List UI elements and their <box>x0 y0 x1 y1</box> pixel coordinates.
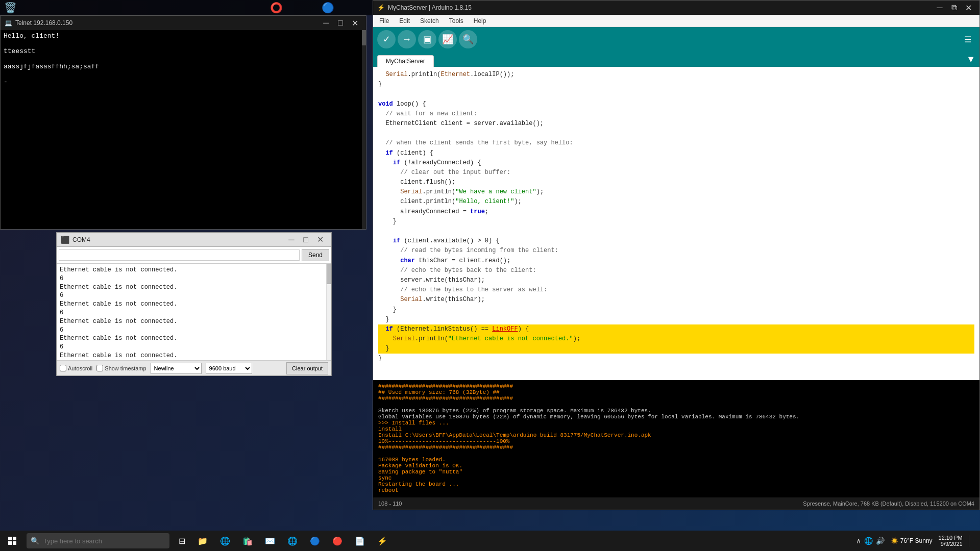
taskbar-chrome2[interactable]: 🔴 <box>327 532 348 550</box>
com4-maximize-btn[interactable]: □ <box>299 233 313 247</box>
taskbar-search-box[interactable]: 🔍 <box>27 533 169 548</box>
list-item: Ethernet cable is not connected. <box>60 317 323 326</box>
telnet-line-5: aassjfjfasasffhh;sa;saff <box>4 63 363 70</box>
arduino-tab-bar: MyChatServer ▼ <box>373 52 979 67</box>
telnet-scroll-thumb[interactable] <box>362 30 366 45</box>
chrome2-icon: 🔴 <box>332 536 342 546</box>
code-editor[interactable]: Serial.println(Ethernet.localIP()); } vo… <box>373 67 979 380</box>
telnet-maximize-btn[interactable]: □ <box>333 16 348 30</box>
show-timestamp-checkbox[interactable] <box>96 365 103 371</box>
arduino-menubar: File Edit Sketch Tools Help <box>373 15 979 27</box>
taskbar-chrome[interactable]: 🌐 <box>282 532 303 550</box>
output-line: sync <box>378 475 974 481</box>
menu-help[interactable]: Help <box>470 15 491 27</box>
recycle-icon-top[interactable]: 🗑️ <box>4 2 17 14</box>
verify-button[interactable]: ✓ <box>377 30 396 48</box>
newline-select[interactable]: Newline No line ending Carriage return B… <box>151 363 202 374</box>
sun-icon: ☀️ <box>891 537 898 544</box>
telnet-minimize-btn[interactable]: ─ <box>319 16 333 30</box>
taskbar-mail[interactable]: ✉️ <box>260 532 280 550</box>
com4-scroll-thumb[interactable] <box>327 264 331 284</box>
store-icon: 🛍️ <box>242 536 253 546</box>
autoscroll-label[interactable]: Autoscroll <box>60 365 92 371</box>
taskbar-store[interactable]: 🛍️ <box>237 532 258 550</box>
serial-monitor-button[interactable]: 🔍 <box>459 30 477 48</box>
upload-button[interactable]: → <box>398 30 416 48</box>
clock-date: 9/9/2021 <box>941 541 963 547</box>
arduino-output-content[interactable]: ########################################… <box>373 380 979 497</box>
show-timestamp-label[interactable]: Show timestamp <box>96 365 146 371</box>
output-line: ######################################## <box>378 444 974 450</box>
arduino-toolbar: ✓ → ▣ 📈 🔍 ☰ <box>373 27 979 52</box>
output-line: reboot <box>378 487 974 493</box>
taskbar-search-input[interactable] <box>43 537 156 545</box>
taskbar: 🔍 ⊟ 📁 🌐 🛍️ ✉️ 🌐 🔵 🔴 📄 ⚡ ∧ 🌐 🔊 ☀️ 76°F Su… <box>0 531 980 551</box>
menu-file[interactable]: File <box>375 15 393 27</box>
telnet-line-4 <box>4 55 363 63</box>
taskbar-vscode[interactable]: 🔵 <box>305 532 325 550</box>
taskbar-arduino-tb[interactable]: ⚡ <box>372 532 393 550</box>
autoscroll-checkbox[interactable] <box>60 365 66 371</box>
taskbar-task-view[interactable]: ⊟ <box>174 532 190 550</box>
file-explorer-icon: 📁 <box>198 536 208 546</box>
system-clock[interactable]: 12:10 PM 9/9/2021 <box>939 535 963 547</box>
volume-icon[interactable]: 🔊 <box>876 537 885 545</box>
output-line: Saving package to "nutta" <box>378 469 974 475</box>
chevron-up-icon[interactable]: ∧ <box>856 537 861 545</box>
clear-output-button[interactable]: Clear output <box>286 362 328 374</box>
serial-plotter-button[interactable]: 📈 <box>438 30 457 48</box>
com4-title: ⬛ COM4 <box>61 236 90 244</box>
list-item: 6 <box>60 343 323 352</box>
menu-sketch[interactable]: Sketch <box>416 15 443 27</box>
com4-close-btn[interactable]: ✕ <box>313 233 327 247</box>
telnet-titlebar: 💻 Telnet 192.168.0.150 ─ □ ✕ <box>1 16 366 30</box>
telnet-title: 💻 Telnet 192.168.0.150 <box>5 19 72 27</box>
windows-logo-icon <box>8 537 16 545</box>
code-line: // echo the bytes back to the client: <box>378 266 974 276</box>
taskbar-explorer[interactable]: 📁 <box>192 532 213 550</box>
arduino-restore-btn[interactable]: ⧉ <box>947 1 961 15</box>
output-line: Global variables use 180876 bytes (22%) … <box>378 414 974 420</box>
weather-widget[interactable]: ☀️ 76°F Sunny <box>891 537 933 544</box>
com4-output[interactable]: Ethernet cable is not connected. 6 Ether… <box>57 264 326 360</box>
telnet-close-btn[interactable]: ✕ <box>348 16 362 30</box>
arduino-close-btn[interactable]: ✕ <box>961 1 975 15</box>
list-item: Ethernet cable is not connected. <box>60 283 323 292</box>
output-line: Sketch uses 180876 bytes (22%) of progra… <box>378 408 974 414</box>
start-button[interactable] <box>0 531 24 551</box>
acrobat-tb-icon: 📄 <box>355 536 365 546</box>
code-line: alreadyConnected = true; <box>378 207 974 217</box>
list-item: 6 <box>60 309 323 317</box>
code-line: if (client) { <box>378 148 974 158</box>
list-item: Ethernet cable is not connected. <box>60 266 323 274</box>
arduino-line-col: 108 - 110 <box>378 500 402 507</box>
menu-tools[interactable]: Tools <box>445 15 468 27</box>
output-line <box>378 450 974 457</box>
add-tab-button[interactable]: ▼ <box>966 54 975 67</box>
tab-mychatserver[interactable]: MyChatServer <box>377 55 434 67</box>
com4-message-input[interactable] <box>59 249 300 261</box>
output-line: install <box>378 426 974 432</box>
com4-minimize-btn[interactable]: ─ <box>284 233 299 247</box>
code-line: Serial.println("We have a new client"); <box>378 187 974 197</box>
code-line: // read the bytes incoming from the clie… <box>378 246 974 256</box>
taskbar-edge[interactable]: 🌐 <box>215 532 235 550</box>
show-desktop-btn[interactable] <box>969 535 974 547</box>
telnet-scrollbar[interactable] <box>362 30 366 229</box>
vscode-icon-top[interactable]: 🔵 <box>322 2 334 14</box>
telnet-line-6 <box>4 70 363 78</box>
menu-edit[interactable]: Edit <box>395 15 414 27</box>
debug-button[interactable]: ▣ <box>418 30 436 48</box>
arduino-menu-icon[interactable]: ☰ <box>960 32 975 47</box>
com4-scrollbar[interactable] <box>326 264 331 360</box>
com4-send-button[interactable]: Send <box>302 249 329 261</box>
output-line: Restarting the board ... <box>378 481 974 487</box>
github-icon-top[interactable]: ⭕ <box>270 2 283 14</box>
taskbar-acrobat[interactable]: 📄 <box>350 532 370 550</box>
network-icon[interactable]: 🌐 <box>864 537 873 545</box>
baud-select[interactable]: 300 baud 9600 baud 115200 baud <box>206 363 252 374</box>
arduino-app-icon: ⚡ <box>377 4 385 11</box>
arduino-minimize-btn[interactable]: ─ <box>933 1 947 15</box>
code-line-highlight-3: } <box>378 344 974 354</box>
telnet-icon: 💻 <box>5 19 12 27</box>
